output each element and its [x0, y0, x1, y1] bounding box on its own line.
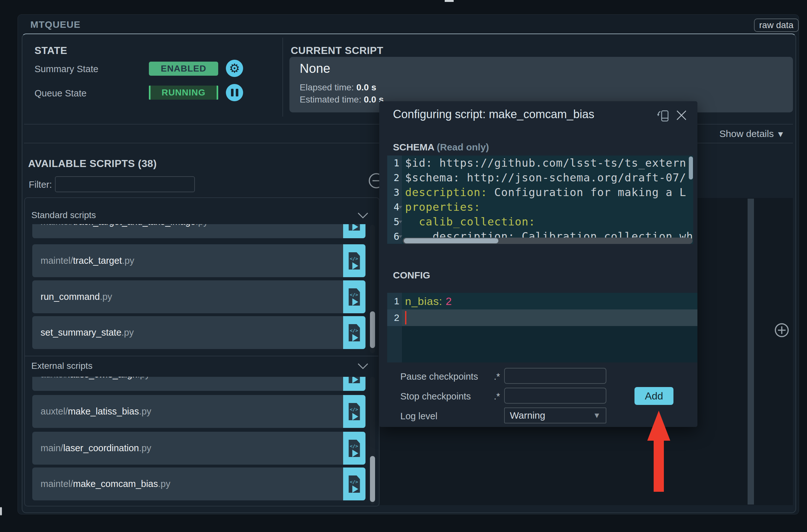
elapsed-time-row: Elapsed time: 0.0 s — [300, 82, 376, 93]
line-number: 1 — [387, 155, 402, 170]
script-item[interactable]: maintel/track_target.py </> — [32, 244, 365, 277]
script-item[interactable]: set_summary_state.py </> — [32, 316, 365, 349]
stop-checkpoints-input[interactable] — [504, 388, 606, 404]
add-button[interactable]: Add — [635, 387, 673, 405]
estimated-time-label: Estimated time: — [300, 95, 361, 104]
section-title-standard: Standard scripts — [31, 210, 96, 220]
schema-heading: SCHEMA (Read only) — [393, 142, 489, 153]
window-notch — [445, 0, 454, 2]
svg-text:</>: </> — [350, 443, 358, 448]
launch-script-button[interactable]: </> — [343, 316, 365, 349]
script-item[interactable]: maintel/make_comcam_bias.py </> — [32, 468, 365, 500]
scrollbar-thumb[interactable] — [689, 156, 693, 179]
script-file-icon: </> — [347, 475, 361, 493]
scrollbar-thumb[interactable] — [404, 238, 499, 243]
launch-script-button[interactable]: </> — [343, 280, 365, 313]
screen: MTQUEUE raw data STATE Summary State ENA… — [0, 0, 807, 532]
script-item[interactable]: main/laser_coordination.py </> — [32, 432, 365, 464]
launch-script-button[interactable]: </> — [343, 224, 365, 238]
section-chevron-icon[interactable] — [357, 363, 369, 370]
page-scrollbar-fragment[interactable] — [0, 507, 2, 515]
pause-icon — [231, 89, 238, 96]
script-file-icon: </> — [347, 224, 361, 231]
raw-data-button[interactable]: raw data — [754, 19, 799, 32]
schema-hscrollbar — [402, 238, 693, 244]
summary-state-config-button[interactable]: ⚙ — [226, 60, 243, 77]
summary-state-badge: ENABLED — [149, 62, 218, 76]
queue-scrollbar[interactable] — [748, 198, 754, 505]
filter-input[interactable] — [55, 176, 195, 192]
page-title: MTQUEUE — [30, 19, 80, 30]
script-file-icon: </> — [347, 402, 361, 421]
state-divider — [282, 38, 283, 117]
standard-scripts-list: maintel/track_target_and_take_image.py <… — [31, 224, 369, 353]
line-number: 2 — [387, 170, 402, 185]
show-details-label: Show details — [719, 128, 774, 139]
current-script-name: None — [300, 61, 330, 76]
elapsed-time-label: Elapsed time: — [300, 82, 354, 92]
configure-script-dialog: Configuring script: make_comcam_bias SCH… — [379, 101, 697, 427]
schema-editor: 1 $id: https://github.com/lsst-ts/ts_ext… — [387, 155, 693, 244]
svg-text:</>: </> — [350, 256, 358, 261]
stop-checkpoints-label: Stop checkpoints.* — [400, 391, 500, 402]
chevron-down-icon: ▼ — [776, 129, 785, 139]
launch-script-button[interactable]: </> — [343, 432, 365, 464]
show-details-toggle[interactable]: Show details ▼ — [703, 128, 785, 139]
launch-script-button[interactable]: </> — [343, 395, 365, 428]
scrollbar-thumb[interactable] — [370, 456, 375, 502]
gear-icon: ⚙ — [229, 62, 240, 74]
rotate-panel-icon[interactable] — [656, 108, 671, 123]
launch-script-button[interactable]: </> — [343, 468, 365, 500]
config-heading: CONFIG — [393, 270, 430, 281]
summary-state-label: Summary State — [35, 64, 98, 74]
available-scripts-heading: AVAILABLE SCRIPTS (38) — [28, 158, 157, 170]
config-editor[interactable]: 1 n_bias: 2 2 — [387, 293, 697, 362]
script-file-icon: </> — [347, 377, 361, 384]
text-cursor — [405, 311, 406, 324]
queue-state-label: Queue State — [35, 88, 87, 99]
external-list-scrollbar — [370, 377, 375, 505]
pause-checkpoints-input[interactable] — [504, 368, 606, 384]
estimated-time-row: Estimated time: 0.0 s — [300, 95, 384, 105]
script-item-clipped[interactable]: maintel/track_target_and_take_image.py <… — [32, 224, 365, 238]
dialog-title: Configuring script: make_comcam_bias — [393, 108, 594, 121]
code-fold-icon[interactable] — [398, 221, 402, 223]
select-caret-icon: ▼ — [593, 411, 601, 420]
log-level-select[interactable]: Warning ▼ — [504, 407, 606, 423]
script-item[interactable]: auxtel/make_latiss_bias.py </> — [32, 395, 365, 428]
current-script-heading: CURRENT SCRIPT — [291, 45, 383, 57]
section-divider — [25, 356, 378, 356]
queue-state-badge: RUNNING — [149, 86, 218, 100]
add-to-queue-icon[interactable] — [774, 323, 789, 338]
queue-pause-button[interactable] — [226, 84, 243, 101]
scrollbar-thumb[interactable] — [370, 311, 375, 348]
svg-text:</>: </> — [350, 479, 358, 484]
state-heading: STATE — [35, 45, 68, 57]
script-item[interactable]: run_command.py </> — [32, 280, 365, 313]
log-level-value: Warning — [510, 410, 545, 421]
external-scripts-list: auxtel/latiss_cwfs_align.py </> auxtel/m… — [31, 377, 369, 505]
section-chevron-icon[interactable] — [357, 212, 369, 219]
close-icon[interactable] — [675, 109, 688, 122]
filter-label: Filter: — [29, 179, 52, 190]
launch-script-button[interactable]: </> — [343, 244, 365, 277]
line-number: 6 — [387, 229, 402, 244]
section-title-external: External scripts — [31, 361, 92, 371]
svg-text:</>: </> — [350, 328, 358, 333]
log-level-label: Log level — [400, 411, 500, 421]
script-file-icon: </> — [347, 439, 361, 458]
line-number: 5 — [387, 214, 402, 229]
svg-text:</>: </> — [350, 406, 358, 412]
standard-list-scrollbar — [370, 225, 375, 353]
script-file-icon: </> — [347, 252, 361, 270]
script-item-clipped[interactable]: auxtel/latiss_cwfs_align.py </> — [32, 377, 365, 391]
annotation-arrow-icon — [645, 410, 672, 493]
code-fold-icon[interactable] — [398, 235, 402, 238]
code-fold-icon[interactable] — [398, 206, 402, 209]
line-number: 2 — [387, 309, 402, 326]
line-number: 3 — [387, 185, 402, 200]
svg-text:</>: </> — [350, 292, 358, 297]
pause-checkpoints-label: Pause checkpoints.* — [400, 372, 500, 382]
launch-script-button[interactable]: </> — [343, 377, 365, 391]
script-file-icon: </> — [347, 288, 361, 306]
